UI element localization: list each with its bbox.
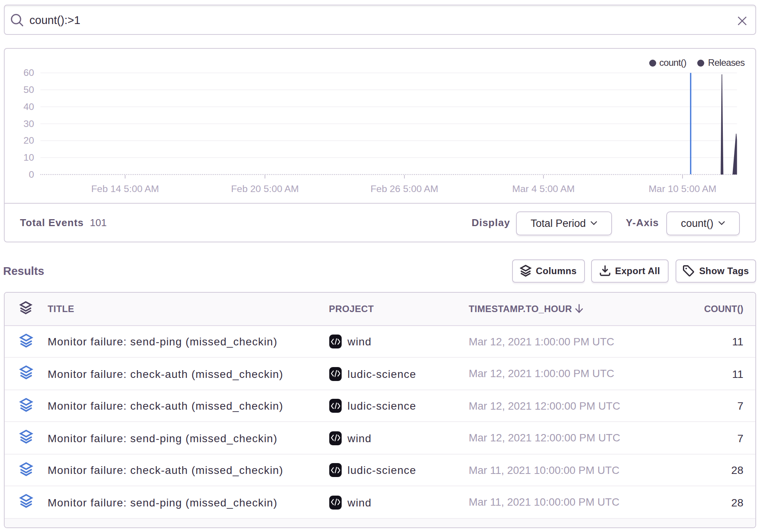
svg-text:Feb 14 5:00 AM: Feb 14 5:00 AM (91, 184, 158, 194)
svg-text:Feb 20 5:00 AM: Feb 20 5:00 AM (230, 184, 298, 194)
svg-text:30: 30 (23, 118, 34, 129)
svg-text:50: 50 (23, 85, 34, 95)
svg-text:60: 60 (23, 68, 34, 78)
svg-text:10: 10 (23, 153, 34, 163)
svg-text:Feb 26 5:00 AM: Feb 26 5:00 AM (370, 184, 438, 194)
svg-text:40: 40 (23, 102, 34, 112)
svg-text:Mar 4 5:00 AM: Mar 4 5:00 AM (512, 184, 574, 194)
svg-text:20: 20 (23, 136, 34, 146)
svg-text:Mar 10 5:00 AM: Mar 10 5:00 AM (648, 184, 716, 194)
svg-text:0: 0 (28, 170, 34, 180)
